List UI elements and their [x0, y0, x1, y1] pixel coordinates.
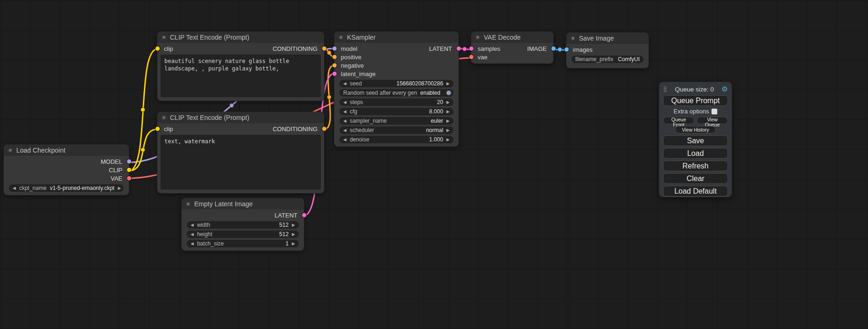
clear-button[interactable]: Clear [663, 173, 728, 184]
left-arrow-icon[interactable]: ◀ [343, 138, 346, 142]
node-vae-decode[interactable]: VAE Decode samples IMAGE vae [471, 32, 553, 63]
seed-widget[interactable]: ◀ seed 156680208700286 ▶ [339, 80, 453, 87]
clip-input-dot[interactable] [155, 127, 160, 131]
node-empty-latent-image[interactable]: Empty Latent Image LATENT ◀ width 512 ▶ … [182, 198, 304, 251]
right-arrow-icon[interactable]: ▶ [292, 223, 295, 227]
slot-row: images [566, 45, 649, 54]
samples-input-dot[interactable] [469, 47, 473, 51]
scheduler-widget[interactable]: ◀ scheduler normal ▶ [339, 126, 453, 134]
node-save-image[interactable]: Save Image images filename_prefix ComfyU… [566, 33, 649, 68]
node-title-bar[interactable]: Empty Latent Image [182, 198, 304, 210]
save-button[interactable]: Save [663, 135, 728, 146]
positive-input-label: positive [341, 54, 361, 61]
ckpt-name-widget[interactable]: ◀ ckpt_name v1-5-pruned-emaonly.ckpt ▶ [9, 184, 124, 192]
latent-output-dot[interactable] [457, 47, 461, 51]
left-arrow-icon[interactable]: ◀ [13, 186, 16, 190]
view-queue-button[interactable]: View Queue [697, 117, 728, 124]
left-arrow-icon[interactable]: ◀ [343, 128, 346, 133]
left-arrow-icon[interactable]: ◀ [343, 82, 346, 86]
negative-prompt-textarea[interactable]: text, watermark [161, 135, 321, 189]
collapse-icon[interactable] [162, 35, 166, 40]
positive-prompt-textarea[interactable]: beautiful scenery nature glass bottle la… [161, 55, 321, 97]
widget-label: height [197, 231, 212, 238]
image-output-dot[interactable] [551, 47, 556, 51]
node-title: KSampler [347, 34, 375, 41]
node-title-bar[interactable]: CLIP Text Encode (Prompt) [157, 32, 324, 43]
latent-output-dot[interactable] [302, 213, 306, 217]
node-title-bar[interactable]: KSampler [334, 32, 459, 43]
widget-label: width [197, 222, 210, 228]
collapse-icon[interactable] [571, 36, 575, 41]
node-clip-text-encode-positive[interactable]: CLIP Text Encode (Prompt) clip CONDITION… [157, 32, 324, 101]
drag-handle-icon[interactable]: ⣿ [663, 86, 667, 92]
queue-front-button[interactable]: Queue Front [663, 117, 694, 124]
widget-label: ckpt_name [19, 185, 47, 191]
node-title-bar[interactable]: CLIP Text Encode (Prompt) [157, 112, 324, 123]
node-title-bar[interactable]: VAE Decode [471, 32, 553, 43]
model-output-dot[interactable] [127, 160, 131, 164]
right-arrow-icon[interactable]: ▶ [446, 100, 450, 105]
refresh-button[interactable]: Refresh [663, 161, 728, 171]
latent-image-input-dot[interactable] [332, 72, 337, 76]
right-arrow-icon[interactable]: ▶ [292, 232, 295, 237]
collapse-icon[interactable] [475, 35, 480, 40]
vae-output-dot[interactable] [127, 176, 131, 181]
collapse-icon[interactable] [162, 115, 166, 120]
collapse-icon[interactable] [8, 148, 13, 153]
images-input-dot[interactable] [565, 48, 569, 52]
load-default-button[interactable]: Load Default [663, 186, 728, 196]
clip-output-dot[interactable] [127, 168, 131, 172]
vae-input-dot[interactable] [469, 55, 473, 59]
cfg-widget[interactable]: ◀ cfg 8.000 ▶ [339, 108, 453, 115]
right-arrow-icon[interactable]: ▶ [446, 110, 450, 114]
widget-value: 1.000 [429, 136, 443, 143]
batch-size-widget[interactable]: ◀ batch_size 1 ▶ [187, 240, 299, 247]
collapse-icon[interactable] [186, 202, 191, 206]
left-arrow-icon[interactable]: ◀ [343, 119, 346, 123]
left-arrow-icon[interactable]: ◀ [191, 223, 194, 227]
right-arrow-icon[interactable]: ▶ [446, 138, 450, 142]
node-load-checkpoint[interactable]: Load Checkpoint MODEL CLIP VAE ◀ ckpt_na… [4, 145, 129, 195]
collapse-icon[interactable] [339, 35, 343, 40]
toggle-knob-icon[interactable] [446, 91, 451, 95]
right-arrow-icon[interactable]: ▶ [118, 186, 121, 190]
settings-gear-icon[interactable]: ⚙ [722, 85, 728, 93]
steps-widget[interactable]: ◀ steps 20 ▶ [339, 98, 453, 106]
right-arrow-icon[interactable]: ▶ [292, 242, 295, 246]
width-widget[interactable]: ◀ width 512 ▶ [187, 221, 299, 229]
positive-input-dot[interactable] [332, 55, 337, 59]
right-arrow-icon[interactable]: ▶ [446, 128, 450, 133]
sampler-name-widget[interactable]: ◀ sampler_name euler ▶ [339, 117, 453, 125]
queue-size-label: Queue size: 0 [670, 86, 720, 93]
left-arrow-icon[interactable]: ◀ [343, 110, 346, 114]
view-history-button[interactable]: View History [675, 126, 715, 133]
extra-options-checkbox[interactable] [712, 109, 717, 114]
denoise-widget[interactable]: ◀ denoise 1.000 ▶ [339, 136, 453, 143]
node-title-bar[interactable]: Save Image [566, 33, 649, 44]
right-arrow-icon[interactable]: ▶ [446, 119, 450, 123]
height-widget[interactable]: ◀ height 512 ▶ [187, 231, 299, 238]
filename-prefix-widget[interactable]: filename_prefix ComfyUI [572, 56, 643, 63]
conditioning-output-label: CONDITIONING [273, 126, 318, 133]
negative-input-label: negative [341, 62, 364, 69]
conditioning-output-dot[interactable] [322, 47, 326, 51]
clip-input-label: clip [164, 126, 173, 133]
model-input-dot[interactable] [332, 47, 337, 51]
right-arrow-icon[interactable]: ▶ [446, 82, 450, 86]
negative-input-dot[interactable] [332, 63, 337, 68]
node-clip-text-encode-negative[interactable]: CLIP Text Encode (Prompt) clip CONDITION… [157, 112, 324, 193]
random-seed-toggle-widget[interactable]: Random seed after every gen enabled [339, 89, 453, 97]
widget-value: 512 [279, 231, 289, 238]
queue-prompt-button[interactable]: Queue Prompt [663, 95, 728, 106]
left-arrow-icon[interactable]: ◀ [191, 232, 194, 237]
widget-value: 512 [279, 222, 289, 228]
left-arrow-icon[interactable]: ◀ [343, 100, 346, 105]
conditioning-output-dot[interactable] [322, 127, 326, 131]
node-title-bar[interactable]: Load Checkpoint [4, 145, 129, 156]
clip-input-dot[interactable] [155, 47, 160, 51]
load-button[interactable]: Load [663, 148, 728, 159]
slot-row: VAE [4, 174, 129, 182]
left-arrow-icon[interactable]: ◀ [191, 242, 194, 246]
node-ksampler[interactable]: KSampler model LATENT positive negative … [334, 32, 459, 147]
node-title: Save Image [579, 35, 614, 42]
